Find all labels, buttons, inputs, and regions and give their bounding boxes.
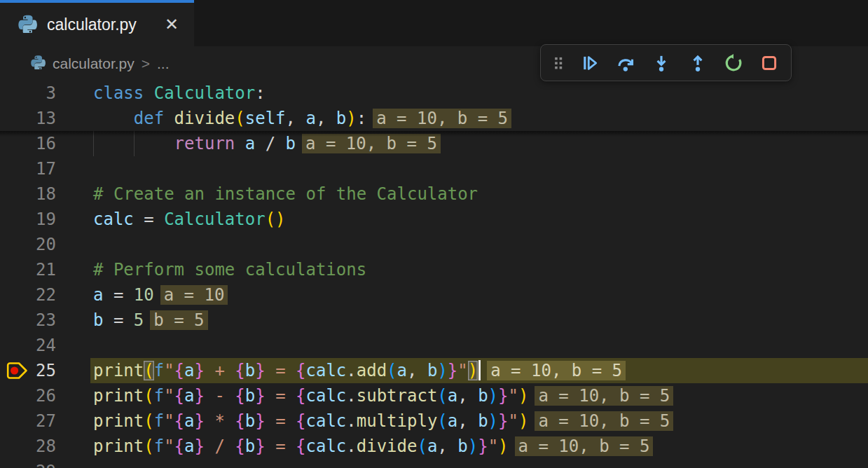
code-content[interactable]: print(f"{a} * {b} = {calc.multiply(a, b)… (90, 408, 868, 434)
code-content[interactable] (90, 333, 868, 358)
breadcrumb: calculator.py > ... (0, 46, 170, 81)
line-number[interactable]: 13 (0, 106, 56, 131)
tab-calculator-py[interactable]: calculator.py ✕ (0, 0, 194, 46)
debug-restart-button[interactable] (719, 48, 748, 78)
code-line: 20 (0, 232, 868, 257)
code-content[interactable] (90, 232, 868, 257)
code-line: 27print(f"{a} * {b} = {calc.multiply(a, … (0, 408, 868, 434)
line-number[interactable]: 16 (0, 131, 56, 156)
tab-close-icon[interactable]: ✕ (165, 16, 179, 33)
code-content[interactable] (90, 459, 868, 468)
line-number[interactable]: 17 (0, 156, 56, 181)
debug-inline-value: a = 10, b = 5 (535, 411, 673, 431)
tab-bar: calculator.py ✕ (0, 0, 868, 46)
line-number[interactable]: 20 (0, 232, 56, 257)
code-line: 13 def divide(self, a, b):a = 10, b = 5 (0, 106, 868, 131)
code-content[interactable]: calc = Calculator() (90, 207, 868, 232)
debug-continue-icon (580, 53, 600, 73)
debug-stop-button[interactable] (755, 48, 784, 78)
code-line: 25print(f"{a} + {b} = {calc.add(a, b)}")… (0, 358, 868, 383)
debug-step-into-button[interactable] (647, 48, 676, 78)
python-icon (18, 14, 37, 36)
debug-inline-value: a = 10, b = 5 (515, 436, 654, 456)
code-lines: 16 return a / ba = 10, b = 51718# Create… (0, 131, 868, 468)
line-number[interactable]: 23 (0, 308, 56, 333)
code-line: 3class Calculator: (0, 81, 868, 106)
debug-continue-button[interactable] (575, 48, 605, 78)
line-number[interactable]: 28 (0, 434, 56, 459)
line-number[interactable]: 19 (0, 207, 56, 232)
code-content[interactable]: a = 10a = 10 (90, 282, 868, 308)
code-content[interactable]: b = 5b = 5 (90, 308, 868, 333)
sticky-scroll: 3class Calculator:13 def divide(self, a,… (0, 81, 868, 131)
code-content[interactable]: return a / ba = 10, b = 5 (90, 131, 868, 156)
code-line: 21# Perform some calculations (0, 257, 868, 282)
breadcrumb-separator-icon: > (142, 55, 150, 72)
line-number[interactable]: 18 (0, 181, 56, 207)
code-editor[interactable]: 3class Calculator:13 def divide(self, a,… (0, 81, 868, 468)
debug-inline-value: b = 5 (150, 310, 207, 330)
debug-step-into-icon (652, 53, 671, 73)
breadcrumb-ellipsis[interactable]: ... (157, 55, 170, 72)
line-number[interactable]: 21 (0, 257, 56, 282)
debug-step-out-button[interactable] (683, 48, 712, 78)
code-line: 24 (0, 333, 868, 358)
code-line: 23b = 5b = 5 (0, 308, 868, 333)
indent-guide (93, 131, 94, 156)
line-number[interactable]: 22 (0, 282, 56, 308)
code-line: 26print(f"{a} - {b} = {calc.subtract(a, … (0, 383, 868, 408)
code-line: 22a = 10a = 10 (0, 282, 868, 308)
debug-step-over-button[interactable] (611, 48, 640, 78)
line-number[interactable]: 3 (0, 81, 56, 106)
tab-title: calculator.py (47, 15, 137, 34)
code-content[interactable]: class Calculator: (90, 81, 868, 106)
code-line: 17 (0, 156, 868, 181)
code-content[interactable]: def divide(self, a, b):a = 10, b = 5 (90, 106, 868, 131)
code-line: 18# Create an instance of the Calculator (0, 181, 868, 207)
debug-toolbar (540, 44, 792, 81)
line-number[interactable]: 27 (0, 408, 56, 434)
code-line: 16 return a / ba = 10, b = 5 (0, 131, 868, 156)
code-content[interactable]: print(f"{a} / {b} = {calc.divide(a, b)}"… (90, 434, 868, 459)
line-number[interactable]: 26 (0, 383, 56, 408)
debug-toolbar-gripper[interactable] (548, 48, 569, 78)
code-line: 28print(f"{a} / {b} = {calc.divide(a, b)… (0, 434, 868, 459)
code-content[interactable]: # Create an instance of the Calculator (90, 181, 868, 207)
debug-restart-icon (724, 53, 743, 73)
debug-step-over-icon (616, 53, 635, 73)
debug-inline-value: a = 10, b = 5 (535, 386, 673, 406)
debug-inline-value: a = 10, b = 5 (302, 134, 441, 153)
code-content[interactable]: print(f"{a} - {b} = {calc.subtract(a, b)… (90, 383, 868, 408)
code-line: 29 (0, 459, 868, 468)
debug-stop-icon (759, 53, 779, 73)
debug-inline-value: a = 10, b = 5 (487, 361, 626, 380)
line-number[interactable]: 29 (0, 459, 56, 468)
debug-step-out-icon (688, 53, 708, 73)
breadcrumb-file[interactable]: calculator.py (53, 55, 135, 72)
line-number[interactable]: 24 (0, 333, 56, 358)
code-content[interactable]: print(f"{a} + {b} = {calc.add(a, b)}")a … (90, 358, 868, 383)
gripper-icon (549, 54, 567, 72)
vscode-window: calculator.py ✕ calculator.py > ... (0, 0, 868, 468)
text-cursor (478, 360, 481, 380)
code-content[interactable]: # Perform some calculations (90, 257, 868, 282)
python-icon (31, 55, 46, 73)
breakpoint-current-line-icon[interactable] (6, 360, 29, 381)
indent-guide (134, 131, 135, 156)
debug-inline-value: a = 10, b = 5 (373, 109, 511, 128)
code-content[interactable] (90, 156, 868, 181)
code-line: 19calc = Calculator() (0, 207, 868, 232)
debug-inline-value: a = 10 (160, 285, 228, 305)
